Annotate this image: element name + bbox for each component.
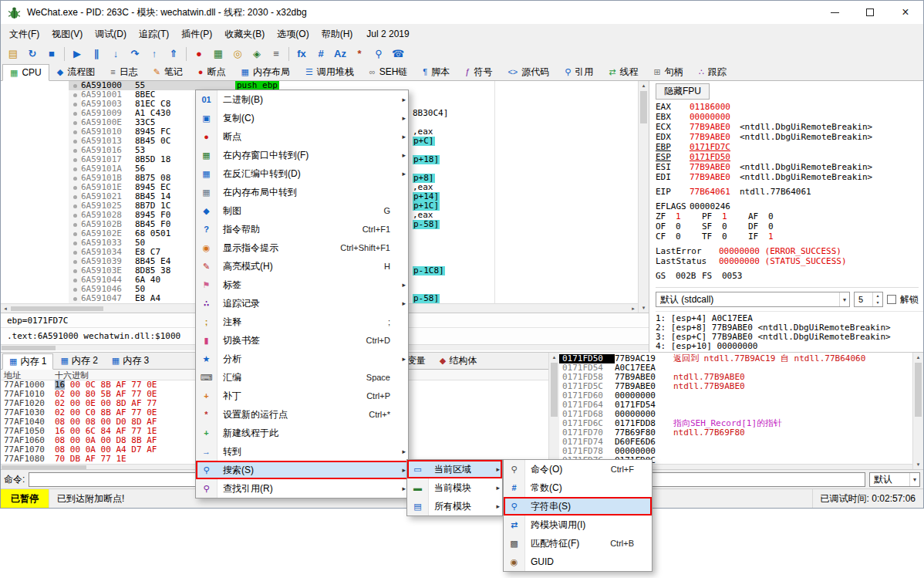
breakpoint-dot[interactable]	[69, 294, 81, 303]
breakpoint-dot[interactable]	[69, 146, 81, 155]
menu-assemble[interactable]: ⌨汇编Space	[196, 368, 408, 387]
menu-search-intermodular-calls[interactable]: ⇄跨模块调用(I)	[504, 515, 652, 534]
register-line[interactable]: EBX00000000	[656, 112, 923, 122]
menu-find-references[interactable]: ⚲查找引用(R)▸	[196, 479, 408, 498]
menu-follow-in-dump[interactable]: ▦在内存窗口中转到(F)▸	[196, 146, 408, 164]
menu-search-constant[interactable]: #常数(C)	[504, 478, 652, 497]
stack-vscrollbar[interactable]: ▴ ▾	[912, 353, 923, 469]
menu-copy[interactable]: ▣复制(C)▸	[196, 109, 408, 127]
disassembly-vscrollbar[interactable]: ▴ ▾	[638, 81, 649, 313]
memory-map-button[interactable]: ▦	[209, 46, 228, 63]
tab-call-stack[interactable]: ☰调用堆栈	[298, 63, 362, 80]
menu-show-mnemonic-brief[interactable]: ◉显示指令提示Ctrl+Shift+F1	[196, 238, 408, 257]
step-over-button[interactable]: ↷	[126, 46, 144, 63]
breakpoint-dot[interactable]	[69, 137, 81, 146]
scrollbar-thumb[interactable]	[551, 363, 558, 417]
restart-button[interactable]: ↻	[23, 46, 42, 63]
scrollbar-thumb[interactable]	[915, 363, 922, 417]
menu-set-new-origin[interactable]: *设置新的运行点Ctrl+*	[196, 405, 408, 424]
tab-cpu[interactable]: ▦CPU	[2, 64, 49, 81]
run-to-return-button[interactable]: ⇑	[164, 46, 183, 63]
command-preset-select[interactable]: 默认 ▾	[869, 472, 920, 487]
tab-source[interactable]: <>源代码	[500, 63, 557, 80]
maximize-button[interactable]	[852, 1, 888, 24]
menu-search-pattern[interactable]: ▩匹配特征(F)Ctrl+B	[504, 534, 652, 553]
breakpoint-dot[interactable]	[69, 257, 81, 266]
menu-search-current-module[interactable]: ▬当前模块▸	[407, 478, 502, 497]
scroll-left-arrow-icon[interactable]: ◂	[1, 306, 10, 311]
stack-arg-line[interactable]: 4: [esp+10] 00000000	[656, 342, 923, 351]
run-button[interactable]: ▶	[68, 46, 86, 63]
seh-chain-button[interactable]: ◈	[248, 46, 266, 63]
open-file-button[interactable]: ▤	[4, 46, 22, 63]
help-button[interactable]: ☎	[389, 46, 407, 63]
tab-breakpoints[interactable]: ●断点	[191, 63, 234, 80]
tab-memory-map[interactable]: ▦内存布局	[234, 63, 298, 80]
tab-dump-2[interactable]: ▦内存 2	[53, 353, 104, 369]
register-line[interactable]: ESP0171FD50	[656, 152, 923, 162]
tab-references[interactable]: ⚲引用	[557, 63, 601, 80]
breakpoint-dot[interactable]	[69, 266, 81, 275]
menu-search[interactable]: ⚲搜索(S)▸	[196, 461, 408, 479]
register-line[interactable]: EIP77B64061ntdll.77B64061	[656, 187, 923, 197]
spinner-arrows-icon[interactable]: ▴▾	[872, 292, 882, 306]
step-into-button[interactable]: ↓	[106, 46, 125, 63]
minimize-button[interactable]	[817, 1, 852, 24]
register-line[interactable]: EBP0171FD7C	[656, 142, 923, 152]
stack-row[interactable]: 0171FD5077B9AC19返回到 ntdll.77B9AC19 自 ntd…	[559, 354, 912, 363]
tab-script[interactable]: ¶脚本	[415, 63, 457, 80]
menu-search-guid[interactable]: ◉GUID	[504, 553, 652, 571]
breakpoint-dot[interactable]	[69, 238, 81, 248]
register-line[interactable]: ECX77B9ABE0<ntdll.DbgUiRemoteBreakin>	[656, 122, 923, 132]
dump-vscrollbar[interactable]: ▴ ▾	[548, 353, 559, 469]
tab-graph[interactable]: ◆流程图	[49, 63, 103, 80]
hide-fpu-button[interactable]: 隐藏FPU	[656, 83, 710, 100]
menubar-item-file[interactable]: 文件(F)	[3, 25, 46, 44]
menu-new-thread-here[interactable]: +新建线程于此	[196, 424, 408, 442]
tab-dump-1[interactable]: ▦内存 1	[2, 353, 53, 370]
breakpoint-dot[interactable]	[69, 118, 81, 127]
menu-highlighting-mode[interactable]: ✎高亮模式(H)H	[196, 257, 408, 275]
constants-button[interactable]: #	[312, 46, 330, 63]
register-line[interactable]: OF0SF0DF0	[656, 221, 923, 232]
breakpoint-dot[interactable]	[69, 201, 81, 211]
breakpoints-button[interactable]: ●	[190, 46, 208, 63]
close-button[interactable]: ×	[888, 1, 923, 24]
menubar-item-view[interactable]: 视图(V)	[46, 25, 89, 44]
stop-button[interactable]: ■	[42, 46, 61, 63]
menubar-item-trace[interactable]: 追踪(T)	[133, 25, 175, 44]
scroll-right-arrow-icon[interactable]: ▸	[629, 306, 638, 311]
breakpoint-dot[interactable]	[69, 100, 81, 109]
tab-handles[interactable]: ⊞句柄	[646, 63, 691, 80]
scroll-up-arrow-icon[interactable]: ▴	[639, 81, 649, 90]
arg-count-spinner[interactable]: 5 ▴▾	[854, 292, 883, 307]
breakpoint-dot[interactable]	[69, 81, 81, 90]
stack-row[interactable]: 0171FD7077B69F80ntdll.77B69F80	[559, 428, 912, 438]
register-line[interactable]: LastError00000000 (ERROR_SUCCESS)	[656, 246, 923, 256]
register-line[interactable]: LastStatus00000000 (STATUS_SUCCESS)	[656, 256, 923, 266]
symbols-button[interactable]: fx	[292, 46, 311, 63]
breakpoint-dot[interactable]	[69, 127, 81, 137]
breakpoint-dot[interactable]	[69, 90, 81, 100]
favourites-button[interactable]: ◎	[228, 46, 247, 63]
breakpoint-dot[interactable]	[69, 174, 81, 183]
breakpoint-dot[interactable]	[69, 192, 81, 201]
unlock-checkbox[interactable]	[887, 295, 896, 304]
strings-button[interactable]: Az	[331, 46, 349, 63]
menubar-item-options[interactable]: 选项(O)	[271, 25, 315, 44]
tab-notes[interactable]: ✎笔记	[146, 63, 191, 80]
register-line[interactable]: GS002BFS0053	[656, 271, 923, 281]
scroll-up-arrow-icon[interactable]: ▴	[549, 353, 559, 362]
stack-row[interactable]: 0171FD5C77B9ABE0ntdll.77B9ABE0	[559, 382, 912, 391]
scrollbar-thumb[interactable]	[2, 346, 56, 350]
menu-binary[interactable]: 01二进制(B)▸	[196, 90, 408, 109]
tab-dump-3[interactable]: ▦内存 3	[105, 353, 156, 369]
pause-button[interactable]: ∥	[87, 46, 106, 63]
register-line[interactable]: EAX01186000	[656, 102, 923, 112]
tab-trace[interactable]: ∴跟踪	[691, 63, 734, 80]
breakpoint-dot[interactable]	[69, 229, 81, 238]
menu-goto[interactable]: →转到▸	[196, 442, 408, 461]
breakpoint-dot[interactable]	[69, 220, 81, 229]
step-out-button[interactable]: ↑	[145, 46, 164, 63]
menu-search-current-region[interactable]: ▭当前区域▸	[407, 460, 502, 478]
